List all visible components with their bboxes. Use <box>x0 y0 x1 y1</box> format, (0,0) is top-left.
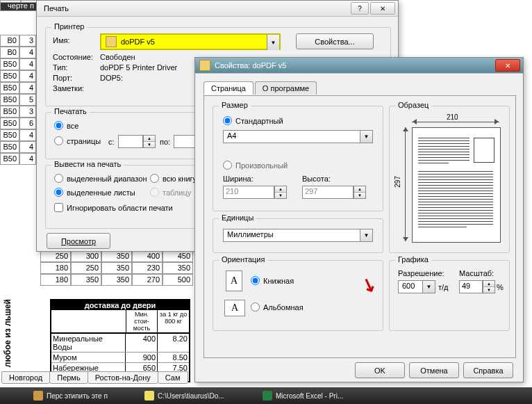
opt-standard[interactable]: Стандартный <box>223 116 283 125</box>
print-title: Печать <box>40 4 349 13</box>
print-range-group: Печатать все страницы с: ▲▼ по: <box>45 112 206 159</box>
height-input[interactable]: 297 <box>302 186 354 199</box>
from-spin[interactable]: ▲▼ <box>143 135 156 148</box>
output-legend: Вывести на печать <box>51 160 124 168</box>
res-select[interactable]: 600 ▼ <box>398 280 435 293</box>
status-value: Свободен <box>100 53 135 61</box>
help-button[interactable]: ? <box>351 2 369 15</box>
opt-sheets[interactable]: выделенные листы <box>54 188 135 197</box>
ruler-left <box>405 127 406 241</box>
size-value: A4 <box>226 131 236 140</box>
cell: 4 <box>19 70 36 82</box>
preview-image-block <box>474 138 494 163</box>
dropdown-arrow-icon: ▼ <box>360 131 372 143</box>
ruler-top <box>412 122 499 122</box>
cell: 350 <box>71 274 101 286</box>
cell: Муром <box>51 353 126 362</box>
cell: 3 <box>19 35 36 47</box>
scale-spin[interactable]: ▲▼ <box>483 280 495 293</box>
notes-label: Заметки: <box>53 84 84 92</box>
sheet-tabs: Новгород Пермь Ростов-на-Дону Сам <box>1 371 188 384</box>
size-select[interactable]: A4 ▼ <box>223 130 373 143</box>
cell: 250 <box>40 250 71 262</box>
tab-page[interactable]: Страница <box>203 81 253 95</box>
lower-grid: 250 300 350 400 450 180 250 350 230 350 … <box>40 250 193 286</box>
cell: 350 <box>101 262 132 274</box>
sheet-tab[interactable]: Пермь <box>49 371 88 384</box>
preview-legend: Образец <box>395 101 431 109</box>
width-input[interactable]: 210 <box>223 186 274 199</box>
tab-about[interactable]: О программе <box>255 81 317 95</box>
printer-group-legend: Принтер <box>51 22 87 31</box>
task-item[interactable]: Microsoft Excel - Pri... <box>257 389 349 403</box>
cell: 900 <box>126 353 158 362</box>
portrait-icon: A <box>226 270 242 291</box>
from-input[interactable] <box>118 135 143 148</box>
units-value: Миллиметры <box>226 230 274 239</box>
opt-ignore[interactable]: Игнорировать области печати <box>54 203 173 212</box>
type-value: doPDF 5 Printer Driver <box>100 63 177 72</box>
task-item[interactable]: C:\Users\tiaurus\Do... <box>139 389 230 403</box>
props-title: Свойства: doPDF v5 <box>210 61 494 70</box>
props-titlebar: Свойства: doPDF v5 ✕ <box>195 58 523 74</box>
res-value: 600 <box>401 282 415 290</box>
printer-icon <box>106 36 117 47</box>
res-label: Разрешение: <box>398 269 444 277</box>
port-value: DOP5: <box>100 74 123 82</box>
opt-portrait[interactable]: Книжная <box>251 276 294 285</box>
ok-button[interactable]: OK <box>355 362 405 378</box>
sheet-tab[interactable]: Ростов-на-Дону <box>88 371 158 384</box>
cell: 5 <box>19 94 36 106</box>
cell: B50 <box>0 129 19 141</box>
scale-input[interactable]: 49 <box>459 280 483 293</box>
cell: B50 <box>0 153 19 165</box>
cancel-button[interactable]: Отмена <box>409 362 459 378</box>
left-col: B0 B0 B50 B50 B50 B50 B50 B50 B50 B50 B5… <box>0 35 19 165</box>
sheet-tab[interactable]: Новгород <box>1 371 50 384</box>
units-group: Единицы Миллиметры ▼ <box>213 218 383 253</box>
units-select[interactable]: Миллиметры ▼ <box>223 229 373 242</box>
graphics-legend: Графика <box>395 255 431 264</box>
opt-book[interactable]: всю книгу <box>150 174 197 183</box>
opt-all[interactable]: все <box>54 121 78 130</box>
taskbar: Перс этипить эте п C:\Users\tiaurus\Do..… <box>0 387 532 404</box>
preview-h: 297 <box>394 176 401 188</box>
print-titlebar: Печать ? ✕ <box>37 1 398 17</box>
opt-landscape[interactable]: Альбомная <box>251 302 304 312</box>
col-header: за 1 кг до 800 кг <box>158 310 189 332</box>
preview-button[interactable]: Просмотр <box>47 233 110 249</box>
close-button[interactable]: ✕ <box>370 2 395 15</box>
printer-name-select[interactable]: doPDF v5 ▼ <box>100 33 281 50</box>
page-preview <box>412 127 501 243</box>
cell: B50 <box>0 70 19 82</box>
opt-pages[interactable]: страницы <box>54 136 101 145</box>
dropdown-arrow-icon: ▼ <box>422 281 435 293</box>
left-col2: 3 4 4 4 4 5 3 6 4 4 4 <box>19 35 36 165</box>
close-button[interactable]: ✕ <box>495 59 520 72</box>
folder-icon <box>144 391 154 401</box>
height-spin[interactable]: ▲▼ <box>354 186 366 199</box>
cell: B50 <box>0 106 19 118</box>
cell: 230 <box>132 262 163 274</box>
help-button[interactable]: Справка <box>463 362 513 378</box>
units-legend: Единицы <box>219 213 256 222</box>
opt-table: таблицу <box>150 188 191 197</box>
cell: 450 <box>163 250 193 262</box>
width-spin[interactable]: ▲▼ <box>274 186 287 199</box>
cell: B0 <box>0 35 19 47</box>
type-label: Тип: <box>53 63 67 72</box>
from-label: с: <box>108 138 115 146</box>
cell: 4 <box>19 153 36 165</box>
task-item[interactable]: Перс этипить эте п <box>28 389 113 403</box>
sheet-tab[interactable]: Сам <box>158 371 188 384</box>
opt-range[interactable]: выделенный диапазон <box>54 174 147 183</box>
printer-name: doPDF v5 <box>121 38 155 46</box>
cell: 3 <box>19 106 36 118</box>
cell <box>0 0 21 3</box>
cell: B0 <box>0 47 19 58</box>
properties-button[interactable]: Свойства... <box>296 33 374 49</box>
cell: 400 <box>126 334 158 352</box>
height-label: Высота: <box>302 175 331 183</box>
opt-custom[interactable]: Произвольный <box>223 161 288 170</box>
orientation-group: Ориентация A Книжная A Альбомная <box>213 260 383 331</box>
